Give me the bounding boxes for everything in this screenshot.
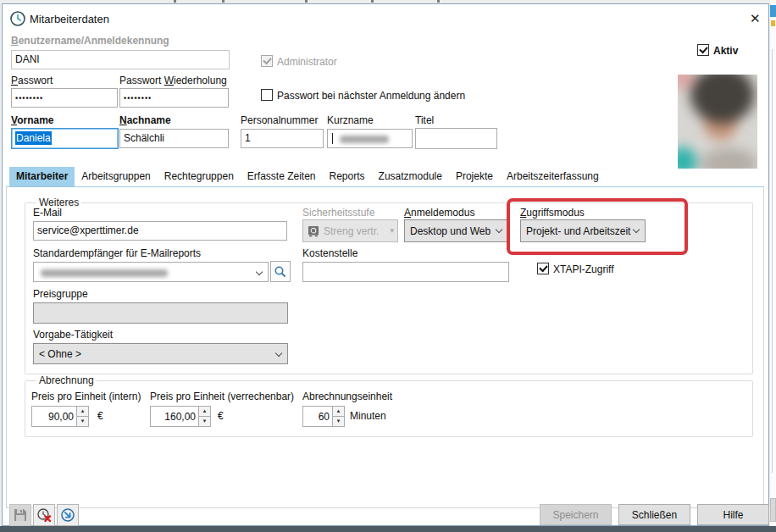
- tab-zusatzmodule[interactable]: Zusatzmodule: [372, 167, 449, 186]
- password-repeat-label: Passwort Wiederholung: [119, 75, 227, 86]
- vorname-label: Vorname: [11, 114, 53, 126]
- mitarbeiterdaten-dialog: Mitarbeiterdaten ✕ Benutzername/Anmeldek…: [2, 3, 769, 526]
- personalnummer-label: Personalnummer: [241, 114, 318, 126]
- spin-down-icon: ▼: [199, 417, 210, 426]
- aktiv-label: Aktiv: [713, 45, 738, 57]
- spinner-buttons[interactable]: ▲▼: [76, 407, 88, 426]
- preis-intern-label: Preis pro Einheit (intern): [31, 391, 141, 402]
- preisgruppe-select[interactable]: [33, 302, 288, 324]
- vorgabe-taetigkeit-select[interactable]: < Ohne >: [33, 343, 288, 364]
- sicherheitsstufe-select[interactable]: Streng vertr. ▾: [302, 219, 398, 242]
- preisgruppe-label: Preisgruppe: [33, 288, 88, 300]
- empfaenger-label: Standardempfänger für E-Mailreports: [33, 247, 201, 259]
- search-icon: [274, 265, 287, 279]
- spin-up-icon: ▲: [199, 407, 210, 417]
- save-tool-button[interactable]: [9, 504, 31, 526]
- tab-arbeitszeiterfassung[interactable]: Arbeitszeiterfassung: [500, 167, 606, 186]
- xtapi-checkbox[interactable]: [537, 263, 549, 274]
- chevron-down-icon: [496, 226, 502, 233]
- tab-bar: Mitarbeiter Arbeitsgruppen Rechtegruppen…: [9, 166, 606, 186]
- background-warning-icon: [771, 20, 775, 26]
- tab-mitarbeiter[interactable]: Mitarbeiter: [9, 167, 75, 186]
- dropdown-arrow-icon: ▾: [390, 226, 394, 235]
- nachname-label: Nachname: [119, 114, 171, 126]
- spin-down-icon: ▼: [333, 417, 344, 426]
- spin-down-icon: ▼: [77, 417, 88, 426]
- safe-icon: [308, 225, 319, 237]
- schliessen-button[interactable]: Schließen: [618, 504, 690, 525]
- close-icon[interactable]: ✕: [750, 12, 761, 25]
- chevron-down-icon: [256, 269, 263, 275]
- username-label: Benutzername/Anmeldekennung: [11, 35, 169, 47]
- screen: Mitarbeiterdaten ✕ Benutzername/Anmeldek…: [0, 0, 776, 532]
- spin-up-icon: ▲: [77, 407, 88, 417]
- sicherheitsstufe-label: Sicherheitsstufe: [302, 207, 374, 219]
- titel-label: Titel: [415, 114, 434, 126]
- aktiv-checkbox[interactable]: [697, 44, 709, 56]
- background-divider: [772, 49, 773, 473]
- preis-verrechenbar-stepper[interactable]: 160,00 ▲▼: [150, 406, 211, 427]
- save-icon: [14, 508, 27, 522]
- personalnummer-input[interactable]: 1: [241, 129, 324, 148]
- abrechnung-group-label: Abrechnung: [36, 374, 97, 386]
- spinner-buttons[interactable]: ▲▼: [198, 407, 210, 426]
- clock-delete-icon: [36, 507, 52, 523]
- password-label: Passwort: [11, 75, 53, 86]
- redacted-value: [41, 269, 168, 277]
- tab-rechtegruppen[interactable]: Rechtegruppen: [158, 167, 241, 186]
- spinner-buttons[interactable]: ▲▼: [332, 407, 344, 426]
- sicherheitsstufe-value: Streng vertr.: [324, 225, 379, 237]
- email-input[interactable]: service@xperttimer.de: [33, 221, 287, 241]
- vorgabe-taetigkeit-label: Vorgabe-Tätigkeit: [33, 329, 113, 341]
- preis-intern-unit: €: [97, 410, 103, 422]
- password-input[interactable]: ••••••••: [11, 88, 118, 108]
- login-as-user-button[interactable]: [57, 504, 79, 526]
- preis-intern-stepper[interactable]: 90,00 ▲▼: [31, 406, 89, 427]
- redacted-value: [340, 136, 389, 143]
- preis-verrechenbar-unit: €: [218, 410, 224, 422]
- kostenstelle-label: Kostenstelle: [302, 247, 358, 259]
- background-selected-row: [770, 5, 776, 17]
- kostenstelle-input[interactable]: [302, 262, 509, 282]
- password-repeat-input[interactable]: ••••••••: [119, 88, 229, 108]
- empfaenger-select[interactable]: [33, 262, 269, 282]
- xtapi-label: XTAPI-Zugriff: [553, 263, 614, 275]
- search-recipient-button[interactable]: [270, 261, 291, 282]
- dialog-title: Mitarbeiterdaten: [30, 13, 109, 25]
- titel-select[interactable]: [415, 128, 497, 149]
- kurzname-input[interactable]: [327, 129, 413, 148]
- annotation-red-box: [507, 198, 688, 255]
- window-bottom-edge: [0, 526, 776, 532]
- spin-up-icon: ▲: [333, 407, 344, 417]
- clock-logo-icon: [9, 10, 26, 27]
- tab-projekte[interactable]: Projekte: [449, 167, 500, 186]
- vorgabe-value: < Ohne >: [39, 348, 81, 360]
- abrechnungseinheit-label: Abrechnungseinheit: [302, 391, 392, 402]
- abrechnungseinheit-value: 60: [303, 407, 332, 426]
- nachname-input[interactable]: Schälchli: [119, 129, 229, 148]
- employee-photo: [678, 75, 757, 169]
- preis-verrechenbar-label: Preis pro Einheit (verrechenbar): [150, 391, 294, 402]
- administrator-checkbox[interactable]: [261, 55, 273, 67]
- tab-arbeitsgruppen[interactable]: Arbeitsgruppen: [75, 167, 157, 186]
- anmeldemodus-label: Anmeldemodus: [404, 207, 474, 219]
- background-button-edge: [770, 498, 776, 522]
- username-input[interactable]: DANI: [11, 50, 230, 69]
- vorname-input[interactable]: Daniela: [11, 128, 119, 149]
- hilfe-button[interactable]: Hilfe: [697, 504, 769, 525]
- change-password-label: Passwort bei nächster Anmeldung ändern: [277, 90, 465, 102]
- administrator-label: Administrator: [277, 56, 337, 68]
- delete-time-button[interactable]: [33, 504, 55, 526]
- change-password-checkbox[interactable]: [261, 89, 273, 101]
- preis-intern-value: 90,00: [32, 407, 76, 426]
- tab-reports[interactable]: Reports: [323, 167, 372, 186]
- anmeldemodus-value: Desktop und Web: [410, 225, 491, 237]
- speichern-button[interactable]: Speichern: [540, 504, 612, 525]
- tab-erfasste-zeiten[interactable]: Erfasste Zeiten: [241, 167, 323, 186]
- selected-text: Daniela: [15, 131, 52, 145]
- abrechnungseinheit-stepper[interactable]: 60 ▲▼: [302, 406, 345, 427]
- anmeldemodus-select[interactable]: Desktop und Web: [404, 219, 508, 242]
- preis-verrechenbar-value: 160,00: [151, 407, 198, 426]
- text-caret: [332, 133, 333, 144]
- arrow-circle-icon: [60, 507, 75, 523]
